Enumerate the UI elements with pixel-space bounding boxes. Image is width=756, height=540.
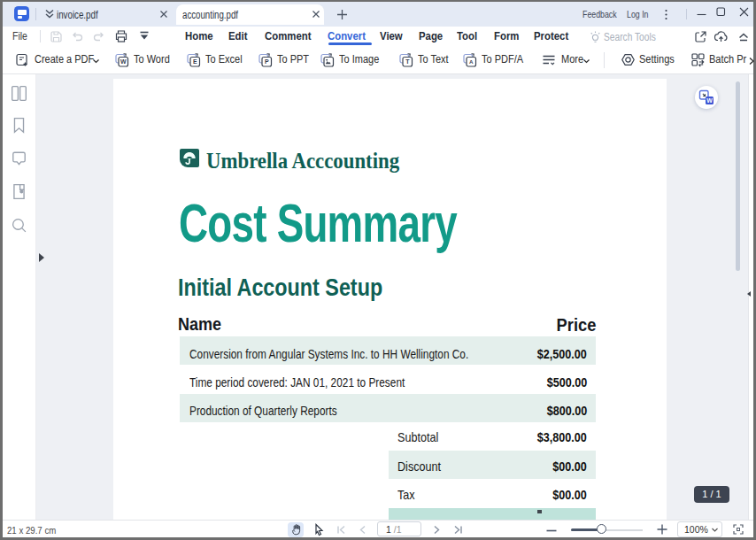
svg-text:W: W [120, 58, 127, 65]
svg-text:W: W [706, 97, 713, 104]
svg-text:P: P [265, 58, 269, 65]
svg-text:A: A [469, 58, 474, 65]
svg-text:E: E [193, 58, 197, 65]
svg-text:T: T [405, 58, 410, 65]
